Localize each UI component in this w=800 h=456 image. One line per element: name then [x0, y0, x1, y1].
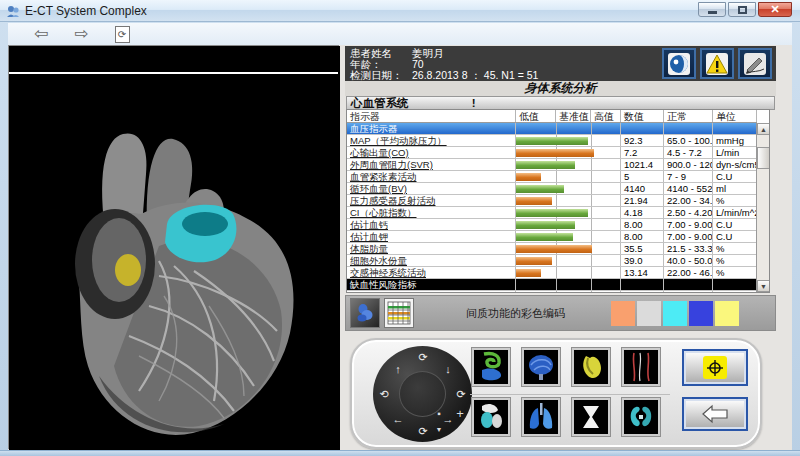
normal-range-cell — [664, 123, 713, 134]
value-cell: 35.5 — [621, 243, 664, 254]
table-row[interactable]: 血管紧张素活动57 - 9C.U — [347, 171, 757, 183]
table-section-row[interactable]: 血压指示器 — [347, 123, 757, 135]
table-scroll-thumb[interactable] — [757, 147, 770, 169]
legend-swatch — [689, 301, 713, 326]
value-cell: 92.3 — [621, 135, 664, 146]
level-bar — [516, 137, 588, 146]
pad-segment-icon[interactable]: ⟳ — [418, 351, 427, 364]
thumb-kidneys[interactable] — [622, 398, 660, 436]
thumb-vessels[interactable] — [622, 348, 660, 386]
right-panel: 患者姓名姜明月 年龄：70 检测日期：26.8.2013 8 ： 45. N1 … — [345, 45, 777, 450]
indicator-link[interactable]: 估计血钾 — [350, 231, 388, 242]
return-button[interactable] — [682, 397, 748, 431]
table-row[interactable]: 体脂肪量35.521.5 - 33.3% — [347, 243, 757, 255]
level-bar — [516, 257, 552, 266]
bar-cell — [516, 267, 621, 278]
normal-range-cell: 40.0 - 50.0 — [664, 255, 713, 266]
normal-range-cell — [664, 279, 713, 290]
rotation-pad[interactable]: ▪+▼− ⟳↑↓⟲⟳←→⟳ — [373, 346, 472, 442]
indicator-link[interactable]: 心输出量(CO) — [350, 291, 409, 293]
indicator-link[interactable]: 循环血量(BV) — [350, 183, 407, 194]
figure-view-button[interactable] — [350, 298, 380, 328]
close-button[interactable]: ✕ — [758, 2, 792, 17]
indicator-link[interactable]: 细胞外水份量 — [350, 255, 407, 266]
grid-view-button[interactable] — [384, 298, 414, 328]
indicator-link[interactable]: 压力感受器反射活动 — [350, 195, 436, 206]
legend-bar: 间质功能的彩色编码 — [345, 295, 776, 331]
pad-segment-icon[interactable]: ↑ — [395, 363, 401, 375]
warning-button[interactable] — [700, 48, 734, 79]
maximize-button[interactable] — [728, 2, 756, 17]
table-row[interactable]: 心输出量(CO)7.24.5 - 7.2L/min — [347, 147, 757, 159]
indicator-link[interactable]: CI（心脏指数） — [350, 207, 417, 218]
table-row[interactable]: 外周血管阻力(SVR)1021.4900.0 - 1200.dyn-s/cm5 — [347, 159, 757, 171]
thumb-heart[interactable] — [572, 348, 610, 386]
indicator-link[interactable]: 体脂肪量 — [350, 243, 388, 254]
thumb-hourglass[interactable] — [572, 398, 610, 436]
table-row[interactable]: 交感神经系统活动13.1422.00 - 46.00% — [347, 267, 757, 279]
pad-segment-icon[interactable]: → — [443, 413, 454, 425]
table-row[interactable]: 细胞外水份量39.040.0 - 50.0% — [347, 255, 757, 267]
table-section-row[interactable]: 缺血性风险指标 — [347, 279, 757, 291]
indicator-link[interactable]: 估计血钙 — [350, 219, 388, 230]
table-row[interactable]: 估计血钾8.007.00 - 9.00C.U — [347, 231, 757, 243]
pad-center-icon[interactable]: + — [456, 406, 464, 421]
unit-cell: C.U — [713, 231, 757, 242]
thumb-lungs[interactable] — [522, 398, 560, 436]
indicator-cell: 心输出量(CO) — [347, 291, 516, 293]
thumb-abdomen[interactable] — [472, 398, 510, 436]
indicator-link[interactable]: 交感神经系统活动 — [350, 267, 426, 278]
scroll-down-icon[interactable]: ▼ — [757, 280, 770, 292]
value-cell: 7.2 — [621, 291, 664, 293]
table-row[interactable]: CI（心脏指数）4.182.50 - 4.20L/min/m^2 — [347, 207, 757, 219]
pad-segment-icon[interactable]: ↓ — [445, 363, 451, 375]
thumb-brain[interactable] — [522, 348, 560, 386]
figure-icon — [354, 302, 376, 324]
table-row[interactable]: MAP（平均动脉压力）92.365.0 - 100.0mmHg — [347, 135, 757, 147]
target-button[interactable] — [682, 349, 748, 386]
indicator-link[interactable]: 心输出量(CO) — [350, 147, 409, 158]
pad-segment-icon[interactable]: ⟳ — [418, 425, 427, 438]
indicator-link[interactable]: MAP（平均动脉压力） — [350, 135, 447, 146]
back-icon[interactable]: ⇦ — [34, 24, 48, 44]
table-scrollbar[interactable]: ▲ ▼ — [756, 123, 769, 292]
heart-3d-viewport[interactable] — [8, 45, 339, 449]
indicator-cell: 估计血钾 — [347, 231, 516, 242]
level-bar — [516, 233, 573, 242]
pad-center-icon[interactable]: ▪ — [437, 408, 441, 419]
indicator-link[interactable]: 外周血管阻力(SVR) — [350, 159, 433, 170]
thumb-digestive[interactable] — [472, 348, 510, 386]
pad-center-icon[interactable]: − — [456, 422, 464, 437]
system-header[interactable]: 心血管系统 ! — [346, 96, 775, 110]
zoom-pad[interactable]: ▪+▼− — [399, 371, 446, 417]
value-cell: 1021.4 — [621, 159, 664, 170]
pad-center-icon[interactable]: ▼ — [436, 426, 443, 433]
warning-icon — [705, 52, 729, 76]
indicator-cell: 循环血量(BV) — [347, 183, 516, 194]
indicator-cell: 交感神经系统活动 — [347, 267, 516, 278]
bar-cell — [516, 207, 621, 218]
globe-button[interactable] — [662, 48, 696, 79]
indicator-cell: 估计血钙 — [347, 219, 516, 230]
pen-icon — [743, 52, 767, 76]
minimize-button[interactable] — [698, 2, 726, 17]
bar-cell — [516, 135, 621, 146]
forward-icon[interactable]: ⇨ — [74, 24, 88, 44]
legend-swatches — [611, 301, 739, 326]
table-row[interactable]: 估计血钙8.007.00 - 9.00C.U — [347, 219, 757, 231]
indicator-link[interactable]: 血管紧张素活动 — [350, 171, 417, 182]
indicator-cell: 体脂肪量 — [347, 243, 516, 254]
title-bar[interactable]: E-CT System Complex ✕ — [0, 0, 800, 22]
unit-cell: dyn-s/cm5 — [713, 159, 757, 170]
sign-button[interactable] — [738, 48, 772, 79]
table-row[interactable]: 压力感受器反射活动21.9422.00 - 34.00% — [347, 195, 757, 207]
scroll-up-icon[interactable]: ▲ — [757, 123, 770, 135]
table-row[interactable]: 循环血量(BV)41404140 - 5520ml — [347, 183, 757, 195]
pad-segment-icon[interactable]: ← — [393, 413, 404, 425]
table-row[interactable]: 心输出量(CO)7.24.5 - 7.2L/min — [347, 291, 757, 293]
pad-segment-icon[interactable]: ⟳ — [456, 388, 465, 401]
unit-cell: % — [713, 195, 757, 206]
refresh-icon[interactable]: ⟳ — [115, 26, 130, 43]
level-bar — [516, 221, 575, 230]
pad-segment-icon[interactable]: ⟲ — [379, 388, 388, 401]
